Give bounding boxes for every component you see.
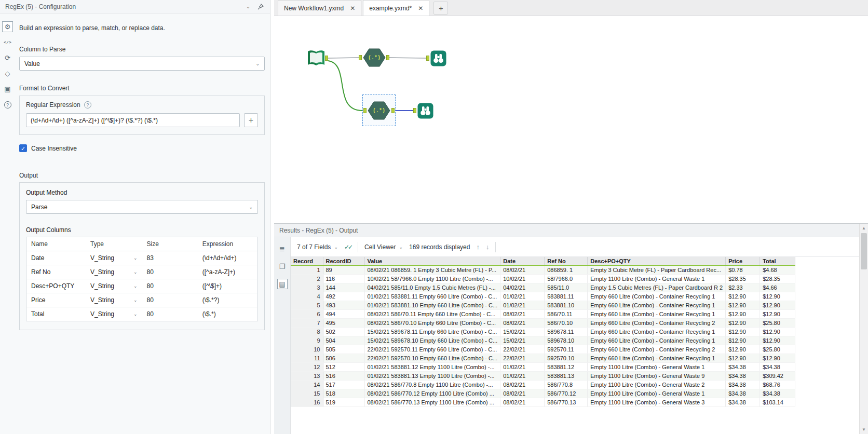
input-anchor[interactable] bbox=[363, 108, 367, 113]
cell-total: $12.90 bbox=[760, 292, 795, 301]
output-column-expression[interactable]: (\d+/\d+/\d+) bbox=[198, 251, 258, 265]
package-icon[interactable]: ▣ bbox=[2, 84, 13, 94]
close-icon[interactable]: ✕ bbox=[350, 5, 355, 12]
results-vertical-scrollbar[interactable]: ▲ ▼ bbox=[859, 224, 868, 434]
results-grid-row[interactable]: 14 517 08/02/21 586/770.8 Empty 1100 Lit… bbox=[291, 380, 795, 389]
cell-refno: 585/11.0 bbox=[545, 283, 588, 292]
scrollbar-up-arrow[interactable]: ▲ bbox=[860, 224, 868, 233]
results-grid-row[interactable]: 3 144 04/02/21 585/11.0 Empty 1.5 Cubic … bbox=[291, 283, 795, 292]
results-grid-row[interactable]: 16 519 08/02/21 586/770.13 Empty 1100 Li… bbox=[291, 398, 795, 406]
output-column-name[interactable]: Desc+PO+QTY bbox=[26, 279, 86, 293]
help-icon[interactable]: ? bbox=[2, 99, 13, 110]
cell-viewer-selector[interactable]: Cell Viewer ⌄ bbox=[364, 243, 403, 251]
output-method-select[interactable]: Parse ⌄ bbox=[26, 200, 258, 214]
grid-header-price[interactable]: Price bbox=[726, 257, 760, 265]
cell-value: 04/02/21 585/11.0 Empty 1.5 Cubic Metres… bbox=[364, 283, 500, 292]
results-grid-row[interactable]: 15 518 08/02/21 586/770.12 Empty 1100 Li… bbox=[291, 389, 795, 398]
results-grid-row[interactable]: 8 502 15/02/21 589678.11 Empty 660 Litre… bbox=[291, 327, 795, 336]
input-anchor[interactable] bbox=[426, 56, 429, 61]
output-column-type-select[interactable]: V_String ⌄ bbox=[86, 279, 142, 293]
regex-input[interactable] bbox=[26, 113, 240, 127]
output-column-size[interactable]: 80 bbox=[142, 307, 197, 321]
results-grid-row[interactable]: 4 492 01/02/21 583881.11 Empty 660 Litre… bbox=[291, 292, 795, 301]
toolbar-separator bbox=[358, 242, 358, 252]
output-column-name[interactable]: Total bbox=[26, 307, 86, 321]
column-header-size: Size bbox=[142, 237, 197, 251]
output-column-size[interactable]: 80 bbox=[142, 293, 197, 307]
dock-layout-icon[interactable]: ≣ bbox=[277, 243, 288, 254]
results-grid-row[interactable]: 12 512 01/02/21 583881.12 Empty 1100 Lit… bbox=[291, 362, 795, 371]
output-column-expression[interactable]: ([^a-zA-Z]+) bbox=[198, 265, 258, 279]
scrollbar-down-arrow[interactable]: ▼ bbox=[860, 425, 868, 434]
results-grid-row[interactable]: 1 89 08/02/21 086859. 1 Empty 3 Cubic Me… bbox=[291, 265, 795, 274]
regex-help-icon[interactable]: ? bbox=[84, 101, 91, 108]
grid-header-date[interactable]: Date bbox=[500, 257, 545, 265]
input-anchor[interactable] bbox=[359, 55, 362, 60]
output-anchor[interactable] bbox=[386, 55, 389, 60]
regex-tool-2-selected[interactable]: (.*) bbox=[368, 101, 390, 120]
results-grid-row[interactable]: 6 494 08/02/21 586/70.11 Empty 660 Litre… bbox=[291, 309, 795, 318]
grid-header-record[interactable]: Record bbox=[291, 257, 323, 265]
workflow-canvas[interactable]: (.*) (.*) bbox=[274, 16, 868, 223]
case-insensitive-checkbox[interactable]: ✓ bbox=[19, 144, 27, 152]
fields-selector[interactable]: 7 of 7 Fields ⌄ bbox=[297, 243, 338, 251]
data-view-icon[interactable]: ▤ bbox=[277, 279, 288, 289]
input-data-tool[interactable] bbox=[307, 49, 326, 67]
close-icon[interactable]: ✕ bbox=[418, 5, 423, 12]
regex-tool-1[interactable]: (.*) bbox=[363, 48, 386, 67]
tab-new-workflow1[interactable]: New Workflow1.yxmd ✕ bbox=[278, 0, 361, 16]
panel-collapse-chevron-icon[interactable]: ⌄ bbox=[244, 3, 252, 11]
new-tab-button[interactable]: + bbox=[433, 2, 448, 15]
results-grid-row[interactable]: 7 495 08/02/21 586/70.10 Empty 660 Litre… bbox=[291, 318, 795, 327]
tag-icon[interactable]: ◇ bbox=[2, 68, 13, 79]
column-to-parse-select[interactable]: Value ⌄ bbox=[19, 57, 265, 71]
output-column-type-select[interactable]: V_String ⌄ bbox=[86, 293, 142, 307]
output-column-name[interactable]: Price bbox=[26, 293, 86, 307]
output-columns-header-row: Name Type Size Expression bbox=[26, 237, 258, 251]
output-column-expression[interactable]: ([^\$]+) bbox=[198, 279, 258, 293]
apply-checkmarks-icon[interactable]: ✓✓ bbox=[344, 243, 351, 251]
pin-icon[interactable] bbox=[256, 3, 265, 11]
cell-date: 22/02/21 bbox=[500, 345, 545, 354]
results-grid-row[interactable]: 9 504 15/02/21 589678.10 Empty 660 Litre… bbox=[291, 336, 795, 345]
cell-recordid: 518 bbox=[323, 389, 364, 398]
output-anchor[interactable] bbox=[391, 108, 395, 113]
browse-tool-2[interactable] bbox=[417, 103, 433, 119]
performance-icon[interactable]: ⟳ bbox=[2, 52, 13, 63]
float-window-icon[interactable]: ❐ bbox=[277, 261, 288, 272]
output-column-name[interactable]: Ref No bbox=[26, 265, 86, 279]
arrow-down-icon[interactable]: ↓ bbox=[486, 243, 490, 251]
tab-label: example.yxmd* bbox=[369, 5, 412, 12]
results-grid-row[interactable]: 13 516 01/02/21 583881.13 Empty 1100 Lit… bbox=[291, 371, 795, 380]
output-anchor[interactable] bbox=[325, 56, 328, 61]
output-column-size[interactable]: 80 bbox=[142, 279, 197, 293]
grid-header-desc[interactable]: Desc+PO+QTY bbox=[588, 257, 726, 265]
results-grid-row[interactable]: 11 506 22/02/21 592570.10 Empty 660 Litr… bbox=[291, 354, 795, 362]
configuration-icon[interactable]: ⚙ bbox=[2, 21, 13, 32]
output-column-expression[interactable]: (\$.*) bbox=[198, 307, 258, 321]
output-column-size[interactable]: 83 bbox=[142, 251, 197, 265]
input-anchor[interactable] bbox=[413, 108, 416, 113]
output-column-type-select[interactable]: V_String ⌄ bbox=[86, 307, 142, 321]
grid-header-total[interactable]: Total bbox=[760, 257, 795, 265]
arrow-up-icon[interactable]: ↑ bbox=[476, 243, 480, 251]
results-grid-row[interactable]: 2 116 10/02/21 58/7966.0 Empty 1100 Litr… bbox=[291, 274, 795, 283]
output-column-size[interactable]: 80 bbox=[142, 265, 197, 279]
grid-header-value[interactable]: Value bbox=[364, 257, 500, 265]
scrollbar-thumb[interactable] bbox=[861, 233, 867, 269]
grid-header-refno[interactable]: Ref No bbox=[545, 257, 588, 265]
results-grid-row[interactable]: 5 493 01/02/21 583881.10 Empty 660 Litre… bbox=[291, 301, 795, 309]
output-column-expression[interactable]: (\$.*?) bbox=[198, 293, 258, 307]
tab-example[interactable]: example.yxmd* ✕ bbox=[363, 0, 429, 16]
output-column-type-select[interactable]: V_String ⌄ bbox=[86, 265, 142, 279]
expression-icon[interactable]: </> bbox=[2, 37, 13, 48]
results-grid-row[interactable]: 10 505 22/02/21 592570.11 Empty 660 Litr… bbox=[291, 345, 795, 354]
output-section-label: Output bbox=[19, 172, 265, 179]
cell-refno: 586/770.8 bbox=[545, 380, 588, 389]
add-expression-button[interactable]: + bbox=[244, 113, 258, 127]
grid-header-recordid[interactable]: RecordID bbox=[323, 257, 364, 265]
browse-tool-1[interactable] bbox=[430, 50, 446, 66]
cell-recordid: 502 bbox=[323, 327, 364, 336]
output-column-type-select[interactable]: V_String ⌄ bbox=[86, 251, 142, 265]
output-column-name[interactable]: Date bbox=[26, 251, 86, 265]
